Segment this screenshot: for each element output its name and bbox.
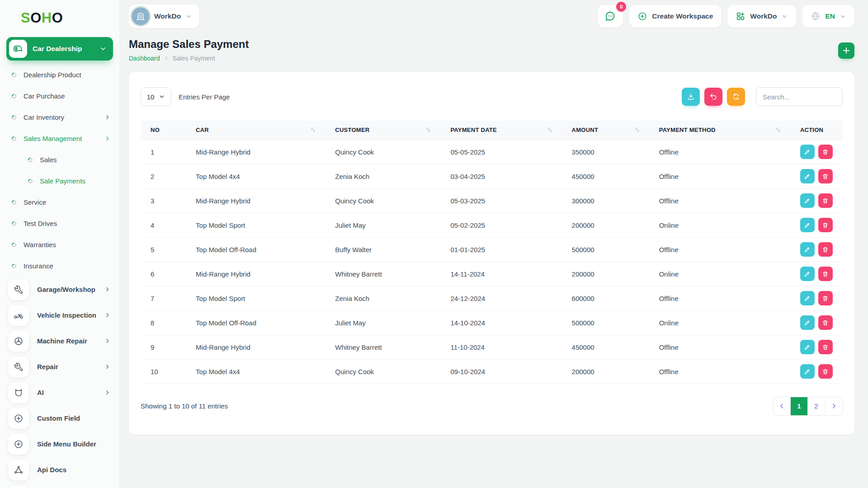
cell-car: Top Model Sport [186, 286, 325, 310]
sidebar-item-warranties[interactable]: Warranties [6, 234, 113, 255]
trash-icon [822, 344, 829, 351]
sidebar-item-label: Vehicle Inspection [37, 311, 96, 319]
delete-button[interactable] [818, 193, 833, 208]
cell-action [790, 262, 843, 286]
breadcrumb-dashboard-link[interactable]: Dashboard [129, 55, 160, 62]
language-selector[interactable]: EN [802, 5, 854, 28]
cell-amount: 200000 [562, 262, 649, 286]
pencil-icon [804, 295, 811, 302]
table-row: 10Top Model 4x4Quincy Cook09-10-20242000… [141, 359, 843, 384]
delete-button[interactable] [818, 242, 833, 257]
undo-button[interactable] [704, 88, 722, 106]
cell-customer: Quincy Cook [325, 188, 440, 213]
pencil-icon [804, 197, 811, 204]
edit-button[interactable] [800, 145, 815, 159]
pagination-prev-button[interactable] [774, 397, 791, 415]
sidebar-module-car-dealership[interactable]: Car Dealership [6, 37, 113, 61]
sidebar-item-car-purchase[interactable]: Car Purchase [6, 85, 113, 107]
chevron-down-icon [840, 13, 846, 20]
edit-button[interactable] [800, 267, 815, 281]
pagination-page-2[interactable]: 2 [808, 397, 825, 415]
cell-action [790, 310, 843, 335]
pagination-page-1[interactable]: 1 [791, 397, 808, 415]
pencil-icon [804, 319, 811, 326]
chevron-down-icon [185, 13, 192, 20]
column-header-payment-date[interactable]: PAYMENT DATE [440, 121, 561, 140]
search-input[interactable] [756, 87, 843, 106]
cell-payment-date: 14-11-2024 [440, 262, 561, 286]
sidebar-item-sales-management[interactable]: Sales Management [6, 128, 113, 149]
create-workspace-label: Create Workspace [652, 12, 713, 20]
sidebar-item-custom-field[interactable]: Custom Field [6, 405, 113, 431]
sort-icon [425, 127, 431, 133]
edit-button[interactable] [800, 291, 815, 305]
cell-customer: Whitney Barrett [325, 335, 440, 359]
column-label: NO [151, 127, 160, 133]
cell-payment-date: 14-10-2024 [440, 310, 561, 335]
showing-entries-text: Showing 1 to 10 of 11 entries [141, 402, 228, 410]
sidebar-item-ai[interactable]: AI [6, 380, 113, 405]
trash-icon [822, 271, 829, 277]
messages-button[interactable]: 0 [598, 5, 623, 28]
sidebar-item-sale-payments[interactable]: Sale Payments [6, 170, 113, 192]
sidebar-item-vehicle-inspection[interactable]: Vehicle Inspection [6, 302, 113, 328]
edit-button[interactable] [800, 315, 815, 330]
table-toolbar: 10 Entries Per Page [141, 87, 843, 106]
sidebar-item-insurance[interactable]: Insurance [6, 255, 113, 277]
refresh-button[interactable] [727, 88, 745, 106]
edit-button[interactable] [800, 169, 815, 183]
delete-button[interactable] [818, 218, 833, 232]
sidebar-item-test-drives[interactable]: Test Drives [6, 213, 113, 234]
sidebar-item-sales[interactable]: Sales [6, 149, 113, 170]
sidebar-item-dealership-product[interactable]: Dealership Product [6, 64, 113, 85]
edit-button[interactable] [800, 218, 815, 232]
page-header: Manage Sales Payment Dashboard Sales Pay… [129, 38, 854, 62]
workspace-selector[interactable]: WorkDo [129, 5, 199, 28]
chevron-down-icon [159, 94, 165, 100]
create-workspace-button[interactable]: Create Workspace [629, 5, 721, 28]
cell-car: Top Model 4x4 [186, 359, 325, 384]
sidebar-item-api-docs[interactable]: Api Docs [6, 457, 113, 483]
column-label: PAYMENT METHOD [659, 127, 716, 133]
delete-button[interactable] [818, 145, 833, 159]
pagination-next-button[interactable] [825, 397, 842, 415]
export-button[interactable] [682, 88, 700, 106]
add-payment-button[interactable] [838, 42, 854, 59]
sidebar-item-garage-workshop[interactable]: Garage/Workshop [6, 277, 113, 302]
cell-action [790, 164, 843, 188]
sidebar-item-service[interactable]: Service [6, 192, 113, 213]
sidebar-item-car-inventory[interactable]: Car Inventory [6, 107, 113, 128]
delete-button[interactable] [818, 364, 833, 379]
app-switcher-button[interactable]: WorkDo [727, 5, 796, 28]
cell-amount: 200000 [562, 213, 649, 237]
sidebar-item-side-menu-builder[interactable]: Side Menu Builder [6, 431, 113, 457]
edit-button[interactable] [800, 364, 815, 379]
delete-button[interactable] [818, 169, 833, 183]
sales-payments-table: NOCARCUSTOMERPAYMENT DATEAMOUNTPAYMENT M… [141, 121, 843, 384]
table-row: 2Top Model 4x4Zenia Koch03-04-2025450000… [141, 164, 843, 188]
cell-amount: 500000 [562, 310, 649, 335]
sidebar-item-label: Car Purchase [24, 92, 65, 100]
column-header-payment-method[interactable]: PAYMENT METHOD [649, 121, 790, 140]
sidebar-item-repair[interactable]: Repair [6, 354, 113, 380]
column-header-car[interactable]: CAR [186, 121, 325, 140]
table-row: 6Mid-Range HybridWhitney Barrett14-11-20… [141, 262, 843, 286]
pencil-icon [804, 149, 811, 155]
edit-button[interactable] [800, 340, 815, 354]
edit-button[interactable] [800, 193, 815, 208]
edit-button[interactable] [800, 242, 815, 257]
turbine-icon [8, 331, 29, 352]
cell-no: 10 [141, 359, 186, 384]
entries-per-page-select[interactable]: 10 [141, 87, 171, 106]
column-header-customer[interactable]: CUSTOMER [325, 121, 440, 140]
pencil-icon [804, 271, 811, 277]
sidebar-item-label: Api Docs [37, 466, 66, 474]
delete-button[interactable] [818, 340, 833, 354]
sidebar-item-machine-repair[interactable]: Machine Repair [6, 328, 113, 354]
delete-button[interactable] [818, 291, 833, 305]
column-header-amount[interactable]: AMOUNT [562, 121, 649, 140]
delete-button[interactable] [818, 315, 833, 330]
cell-payment-method: Offline [649, 286, 790, 310]
sidebar-item-clipped[interactable] [6, 483, 113, 488]
delete-button[interactable] [818, 267, 833, 281]
